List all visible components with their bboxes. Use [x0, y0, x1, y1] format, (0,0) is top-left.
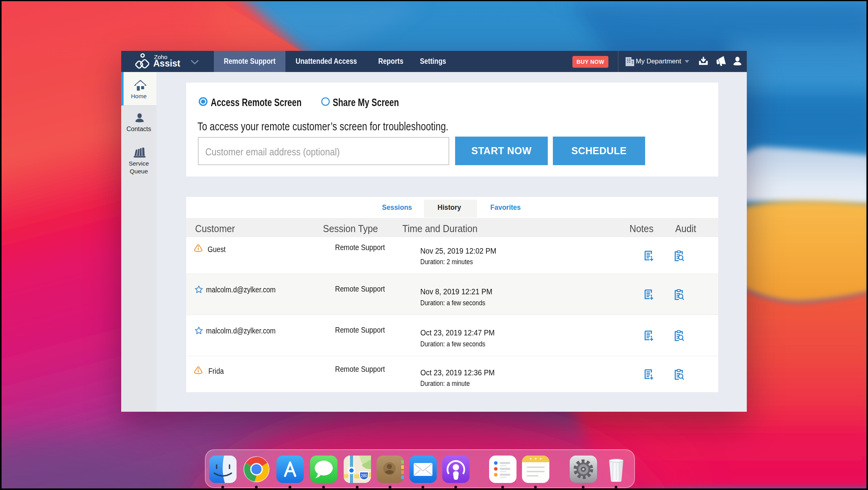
svg-text:280: 280 — [361, 474, 368, 478]
